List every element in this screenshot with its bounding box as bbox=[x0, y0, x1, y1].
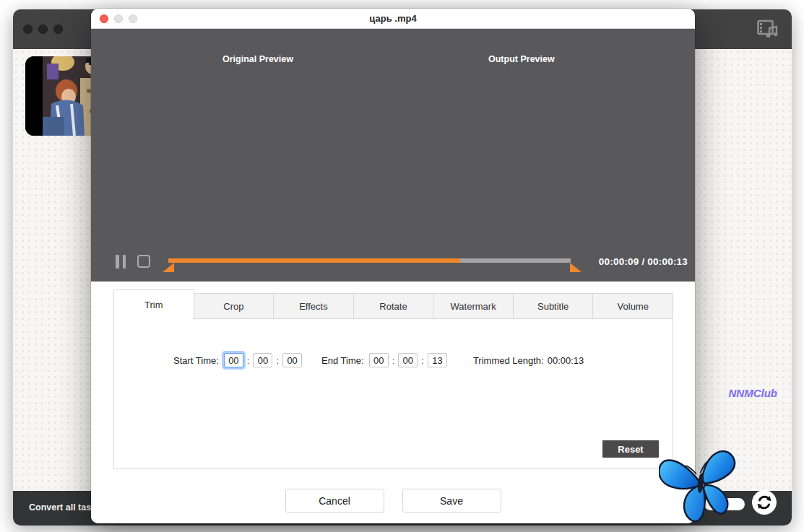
tab-rotate[interactable]: Rotate bbox=[354, 294, 434, 318]
original-preview-label: Original Preview bbox=[222, 54, 293, 64]
trim-start-handle[interactable] bbox=[163, 263, 174, 272]
preview-area: Original Preview Output Preview 00:00:09… bbox=[91, 29, 695, 282]
window-minimize-button[interactable] bbox=[38, 25, 48, 34]
tab-effects[interactable]: Effects bbox=[274, 294, 354, 318]
cancel-button[interactable]: Cancel bbox=[285, 489, 384, 513]
toggle-pill[interactable] bbox=[704, 498, 745, 510]
trim-end-handle[interactable] bbox=[570, 263, 582, 272]
colon-separator: : bbox=[421, 355, 424, 366]
seek-bar[interactable] bbox=[168, 258, 571, 263]
start-time-label: Start Time: bbox=[173, 355, 219, 366]
tab-watermark[interactable]: Watermark bbox=[433, 294, 514, 318]
save-button[interactable]: Save bbox=[402, 489, 501, 513]
edit-tabs: Trim Crop Effects Rotate Watermark Subti… bbox=[114, 294, 673, 319]
end-hours-field[interactable] bbox=[369, 353, 389, 367]
start-minutes-field[interactable] bbox=[253, 353, 272, 367]
end-time-label: End Time: bbox=[321, 355, 364, 366]
tab-trim[interactable]: Trim bbox=[113, 289, 194, 320]
progress-fill bbox=[168, 258, 460, 263]
start-hours-field[interactable] bbox=[224, 353, 243, 367]
tab-crop[interactable]: Crop bbox=[194, 294, 275, 318]
dialog-window-controls bbox=[100, 9, 143, 29]
edit-panel: Trim Crop Effects Rotate Watermark Subti… bbox=[113, 293, 673, 469]
screen: NNMClub Convert all tasks царь .mp4 bbox=[0, 0, 804, 532]
reset-button[interactable]: Reset bbox=[602, 440, 659, 458]
window-zoom-button[interactable] bbox=[53, 25, 63, 34]
window-close-button[interactable] bbox=[23, 25, 33, 34]
trim-form-row: Start Time: : : End Time: : : Trimmed Le… bbox=[114, 353, 673, 367]
dialog-body: Trim Crop Effects Rotate Watermark Subti… bbox=[91, 282, 695, 523]
dialog-zoom-button[interactable] bbox=[129, 14, 137, 23]
nnmclub-watermark: NNMClub bbox=[729, 387, 778, 399]
film-music-icon[interactable] bbox=[757, 19, 780, 40]
pause-icon[interactable] bbox=[116, 255, 126, 269]
start-seconds-field[interactable] bbox=[282, 353, 302, 367]
end-seconds-field[interactable] bbox=[428, 353, 447, 367]
colon-separator: : bbox=[392, 355, 395, 366]
trimmed-length-value: 00:00:13 bbox=[548, 355, 584, 366]
dialog-titlebar: царь .mp4 bbox=[91, 9, 695, 29]
tab-subtitle[interactable]: Subtitle bbox=[514, 294, 594, 318]
trimmed-length-label: Trimmed Length: bbox=[473, 355, 544, 366]
end-minutes-field[interactable] bbox=[398, 353, 418, 367]
dialog-title: царь .mp4 bbox=[369, 13, 416, 24]
dialog-actions: Cancel Save bbox=[91, 489, 695, 513]
time-display: 00:00:09 / 00:00:13 bbox=[599, 256, 688, 267]
dialog-minimize-button[interactable] bbox=[114, 14, 123, 23]
dialog-close-button[interactable] bbox=[100, 14, 108, 23]
stop-icon[interactable] bbox=[137, 255, 150, 268]
colon-separator: : bbox=[276, 355, 279, 366]
colon-separator: : bbox=[247, 355, 250, 366]
refresh-icon[interactable] bbox=[752, 490, 777, 515]
output-preview-label: Output Preview bbox=[488, 54, 555, 64]
tab-volume[interactable]: Volume bbox=[593, 294, 673, 318]
trim-dialog: царь .mp4 Original Preview Output Previe… bbox=[91, 9, 695, 523]
